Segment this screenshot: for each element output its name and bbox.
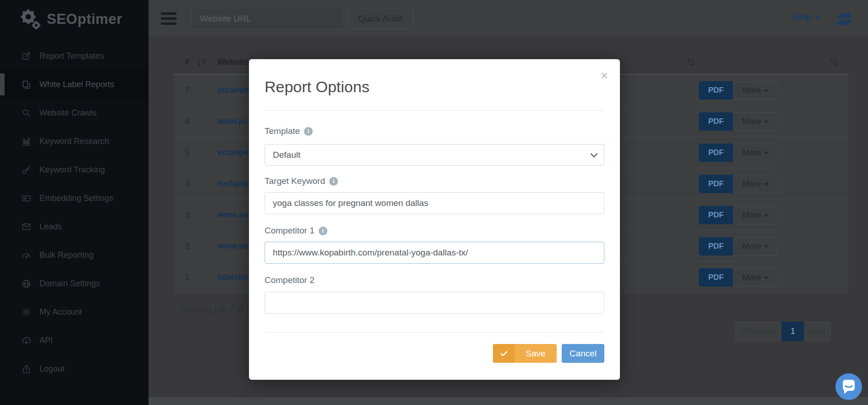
page-footer xyxy=(149,397,868,405)
gear-icon xyxy=(20,307,32,317)
sidebar-item-bulk-reporting[interactable]: Bulk Reporting xyxy=(0,241,149,269)
more-dropdown-button[interactable]: More xyxy=(733,112,778,131)
caret-down-icon xyxy=(764,183,768,186)
close-icon[interactable] xyxy=(601,69,608,82)
pdf-button[interactable]: PDF xyxy=(699,237,733,255)
more-dropdown-button[interactable]: More xyxy=(733,81,778,100)
caret-down-icon xyxy=(764,214,768,217)
users-icon[interactable] xyxy=(835,10,854,27)
competitor-2-input[interactable] xyxy=(265,292,604,314)
sidebar: SEOptimer Report Templates White Label R… xyxy=(0,0,149,405)
more-dropdown-button[interactable]: More xyxy=(733,144,778,162)
sidebar-item-keyword-research[interactable]: Keyword Research xyxy=(0,127,149,155)
caret-down-icon xyxy=(764,277,768,279)
pdf-button[interactable]: PDF xyxy=(699,268,733,287)
website-link[interactable]: tuberan xyxy=(217,272,248,282)
more-dropdown-button[interactable]: More xyxy=(733,175,778,193)
caret-down-icon xyxy=(764,245,768,248)
pages-icon xyxy=(20,79,32,90)
website-url-input[interactable] xyxy=(191,8,344,29)
caret-down-icon xyxy=(815,16,820,19)
sort-updown-icon[interactable] xyxy=(685,56,697,68)
pdf-button[interactable]: PDF xyxy=(699,112,733,131)
website-link[interactable]: www.se xyxy=(217,241,248,251)
info-icon[interactable]: i xyxy=(329,177,338,186)
target-keyword-label: Target Keyword i xyxy=(265,176,338,186)
website-link[interactable]: www.ju xyxy=(217,117,246,126)
sidebar-item-white-label-reports[interactable]: White Label Reports xyxy=(0,70,149,99)
logo-text: SEOptimer xyxy=(47,11,122,28)
seoptimer-gear-logo-icon xyxy=(18,7,42,31)
help-dropdown[interactable]: Help xyxy=(792,12,820,22)
sidebar-item-api[interactable]: API xyxy=(0,326,149,355)
pdf-button[interactable]: PDF xyxy=(699,175,733,193)
sidebar-item-website-crawls[interactable]: Website Crawls xyxy=(0,99,149,127)
caret-down-icon xyxy=(764,152,768,155)
chevron-down-icon xyxy=(591,150,598,158)
modal-actions: Save Cancel xyxy=(493,344,604,363)
caret-down-icon xyxy=(764,121,768,123)
sidebar-item-my-account[interactable]: My Account xyxy=(0,298,149,326)
pdf-button[interactable]: PDF xyxy=(699,206,733,224)
logo[interactable]: SEOptimer xyxy=(18,7,122,31)
sidebar-item-domain-settings[interactable]: Domain Settings xyxy=(0,269,149,298)
card-icon xyxy=(20,193,32,204)
sidebar-item-report-templates[interactable]: Report Templates xyxy=(0,42,149,70)
edit-icon xyxy=(20,51,32,61)
sidebar-item-embedding-settings[interactable]: Embedding Settings xyxy=(0,184,149,212)
sidebar-item-keyword-tracking[interactable]: Keyword Tracking xyxy=(0,155,149,184)
hamburger-menu-icon[interactable] xyxy=(161,12,177,25)
key-icon xyxy=(20,165,32,175)
sidebar-item-leads[interactable]: Leads xyxy=(0,212,149,241)
website-link[interactable]: ecompe xyxy=(217,148,249,157)
pdf-button[interactable]: PDF xyxy=(699,81,733,100)
globe-icon xyxy=(20,278,32,289)
pagination-current-page[interactable]: 1 xyxy=(781,322,804,341)
more-dropdown-button[interactable]: More xyxy=(733,206,778,224)
template-label: Template i xyxy=(265,126,313,136)
pagination-previous-button[interactable]: Previous xyxy=(735,322,781,341)
competitor-1-input[interactable] xyxy=(265,242,604,264)
sidebar-item-logout[interactable]: Logout xyxy=(0,355,149,383)
caret-down-icon xyxy=(764,89,768,92)
sort-updown-icon[interactable] xyxy=(828,56,840,68)
template-select[interactable]: Default xyxy=(265,144,604,166)
info-icon[interactable]: i xyxy=(319,227,327,235)
modal-title: Report Options xyxy=(265,78,370,96)
sidebar-nav: Report Templates White Label Reports Web… xyxy=(0,42,149,383)
more-dropdown-button[interactable]: More xyxy=(733,237,778,255)
report-options-modal: Report Options Template i Default Target… xyxy=(249,59,620,380)
pdf-button[interactable]: PDF xyxy=(699,144,733,162)
logout-icon xyxy=(20,364,32,374)
sort-amount-icon[interactable] xyxy=(196,56,208,68)
pagination: Previous 1 Next xyxy=(735,322,830,341)
website-link[interactable]: rockpap xyxy=(217,179,249,189)
quick-audit-button[interactable]: Quick Audit xyxy=(347,8,414,29)
target-keyword-input[interactable] xyxy=(265,192,604,214)
more-dropdown-button[interactable]: More xyxy=(733,268,778,287)
bar-chart-icon xyxy=(20,136,32,147)
website-link[interactable]: localran xyxy=(217,85,249,95)
info-icon[interactable]: i xyxy=(304,127,313,136)
gauge-icon xyxy=(20,250,32,261)
cloud-download-icon xyxy=(20,335,32,346)
chat-launcher-icon[interactable] xyxy=(835,373,862,400)
cancel-button[interactable]: Cancel xyxy=(562,344,604,363)
column-header-number: # xyxy=(185,57,189,67)
save-button[interactable]: Save xyxy=(493,344,557,363)
website-link[interactable]: www.se xyxy=(217,210,248,220)
search-icon xyxy=(20,108,32,118)
competitor-1-label: Competitor 1 i xyxy=(265,226,327,236)
showing-entries-text: Showing 1 to 7 of xyxy=(179,305,243,315)
divider xyxy=(265,332,604,333)
check-icon xyxy=(493,344,514,363)
pagination-next-button[interactable]: Next xyxy=(804,322,830,341)
envelope-icon xyxy=(20,222,32,232)
column-header-website: Website xyxy=(217,57,249,67)
topbar: Quick Audit Help xyxy=(149,0,868,37)
app-root: SEOptimer Report Templates White Label R… xyxy=(0,0,868,405)
competitor-2-label: Competitor 2 xyxy=(265,275,315,285)
divider xyxy=(265,110,604,111)
